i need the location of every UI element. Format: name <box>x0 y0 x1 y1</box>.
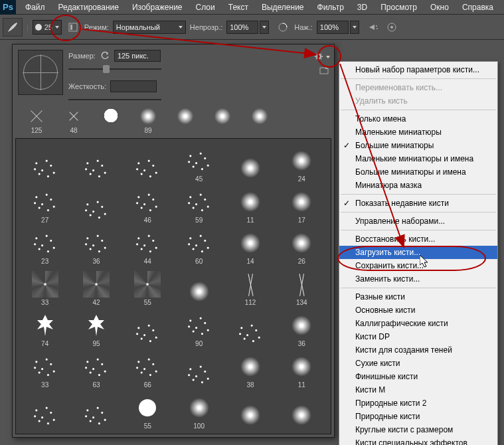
flyout-item[interactable]: Кисти для создания теней <box>339 343 497 357</box>
brush-cell[interactable] <box>174 266 224 306</box>
menu-3d[interactable]: 3D <box>351 1 374 14</box>
brush-hardness-input[interactable] <box>110 80 157 92</box>
recent-brush-preset[interactable] <box>204 107 241 134</box>
brush-cell[interactable]: 45 <box>174 143 224 183</box>
brush-cell[interactable]: 42 <box>71 266 121 306</box>
flyout-item[interactable]: Круглые кисти с размером <box>339 423 497 436</box>
menu-просмотр[interactable]: Просмотр <box>374 1 424 14</box>
brush-cell[interactable]: 63 <box>71 349 121 389</box>
brush-cell[interactable]: 36 <box>71 225 121 265</box>
flyout-item[interactable]: Природные кисти <box>339 410 497 423</box>
recent-brush-preset[interactable] <box>241 107 278 134</box>
brush-cell[interactable] <box>225 308 275 347</box>
pressure-opacity-icon[interactable] <box>276 21 290 34</box>
flyout-item[interactable]: Кисти М <box>339 383 497 397</box>
brush-cell[interactable] <box>225 143 275 183</box>
brush-cell[interactable] <box>174 349 224 389</box>
menu-файл[interactable]: Файл <box>19 1 52 14</box>
brush-cell[interactable] <box>123 308 173 347</box>
flyout-item[interactable]: Разные кисти <box>339 290 497 304</box>
blend-mode-select[interactable]: Нормальный <box>113 21 186 34</box>
menu-окно[interactable]: Окно <box>424 1 456 14</box>
brush-tip-preview[interactable] <box>18 50 63 95</box>
brush-cell[interactable] <box>20 143 70 183</box>
brush-cell[interactable] <box>123 143 173 183</box>
recent-brush-preset[interactable]: 48 <box>55 107 92 134</box>
brush-cell[interactable] <box>20 390 70 430</box>
brush-cell[interactable]: 38 <box>225 349 275 389</box>
recent-brush-preset[interactable] <box>167 107 204 134</box>
brush-cell[interactable]: 33 <box>20 349 70 389</box>
brush-cell[interactable]: 55 <box>123 266 173 306</box>
menu-фильтр[interactable]: Фильтр <box>311 1 351 14</box>
brush-panel-gear-button[interactable] <box>314 50 330 64</box>
opacity-input[interactable] <box>226 21 258 34</box>
brush-cell[interactable]: 11 <box>225 184 275 224</box>
brush-cell[interactable]: 112 <box>225 266 275 306</box>
flyout-item[interactable]: Природные кисти 2 <box>339 397 497 410</box>
flyout-item[interactable]: Кисти DP <box>339 330 497 343</box>
flow-input[interactable] <box>317 21 349 34</box>
brush-cell[interactable]: 95 <box>71 308 121 347</box>
flyout-item[interactable]: Сохранить кисти... <box>339 259 497 272</box>
brush-panel-toggle-icon[interactable] <box>66 21 80 34</box>
flyout-item[interactable]: Маленькие миниатюры и имена <box>339 152 497 165</box>
flyout-item[interactable]: Финишные кисти <box>339 370 497 383</box>
brush-cell[interactable]: 23 <box>20 225 70 265</box>
brush-hardness-slider[interactable] <box>68 95 161 104</box>
menu-редактирование[interactable]: Редактирование <box>52 1 126 14</box>
flyout-item[interactable]: ✓Показать недавние кисти <box>339 197 497 210</box>
recent-brush-preset[interactable]: 89 <box>129 107 167 134</box>
brush-cell[interactable] <box>277 390 327 430</box>
brush-cell[interactable]: 26 <box>277 225 327 265</box>
brush-cell[interactable]: 33 <box>20 266 70 306</box>
flyout-item[interactable]: Большие миниатюры и имена <box>339 165 497 179</box>
flyout-item[interactable]: Только имена <box>339 112 497 126</box>
brush-cell[interactable] <box>71 184 121 224</box>
brush-cell[interactable] <box>225 390 275 430</box>
flyout-item[interactable]: Управление наборами... <box>339 215 497 228</box>
brush-cell[interactable] <box>71 390 121 430</box>
brush-cell[interactable]: 66 <box>123 349 173 389</box>
flyout-item[interactable]: ✓Большие миниатюры <box>339 139 497 152</box>
brush-grid[interactable]: 4524274659111723364460142633425511213474… <box>15 138 331 434</box>
flyout-item[interactable]: Маленькие миниатюры <box>339 126 497 139</box>
brush-cell[interactable]: 44 <box>123 225 173 265</box>
brush-cell[interactable]: 74 <box>20 308 70 347</box>
menu-слои[interactable]: Слои <box>189 1 222 14</box>
brush-cell[interactable]: 59 <box>174 184 224 224</box>
flyout-item[interactable]: Кисти специальных эффектов <box>339 436 497 445</box>
flyout-item[interactable]: Новый набор параметров кисти... <box>339 63 497 76</box>
brush-cell[interactable]: 55 <box>123 390 173 430</box>
menu-выделение[interactable]: Выделение <box>255 1 311 14</box>
brush-cell[interactable]: 24 <box>277 143 327 183</box>
flow-stepper[interactable] <box>350 21 359 34</box>
flyout-item[interactable]: Основные кисти <box>339 304 497 317</box>
flyout-item[interactable]: Заменить кисти... <box>339 272 497 286</box>
brush-tool-icon[interactable] <box>3 18 23 37</box>
brush-cell[interactable]: 90 <box>174 308 224 347</box>
flyout-item[interactable]: Загрузить кисти... <box>339 246 497 259</box>
menu-изображение[interactable]: Изображение <box>126 1 189 14</box>
opacity-stepper[interactable] <box>260 21 269 34</box>
flyout-item[interactable]: Каллиграфические кисти <box>339 317 497 330</box>
new-preset-icon[interactable] <box>319 66 330 76</box>
brush-cell[interactable]: 36 <box>277 308 327 347</box>
reset-size-icon[interactable] <box>100 50 110 61</box>
menu-справка[interactable]: Справка <box>456 1 500 14</box>
pressure-size-icon[interactable] <box>384 21 399 34</box>
flyout-item[interactable]: Миниатюра мазка <box>339 179 497 192</box>
brush-cell[interactable]: 11 <box>277 349 327 389</box>
brush-cell[interactable]: 134 <box>277 266 327 306</box>
brush-cell[interactable]: 60 <box>174 225 224 265</box>
menu-текст[interactable]: Текст <box>222 1 255 14</box>
brush-size-dropdown[interactable]: 25 <box>33 20 62 35</box>
brush-cell[interactable]: 14 <box>225 225 275 265</box>
recent-brush-preset[interactable] <box>92 107 129 134</box>
brush-cell[interactable]: 100 <box>174 390 224 430</box>
brush-cell[interactable]: 17 <box>277 184 327 224</box>
brush-size-slider[interactable] <box>68 64 161 74</box>
brush-cell[interactable]: 46 <box>123 184 173 224</box>
brush-cell[interactable] <box>71 143 121 183</box>
recent-brush-preset[interactable]: 125 <box>18 107 55 134</box>
